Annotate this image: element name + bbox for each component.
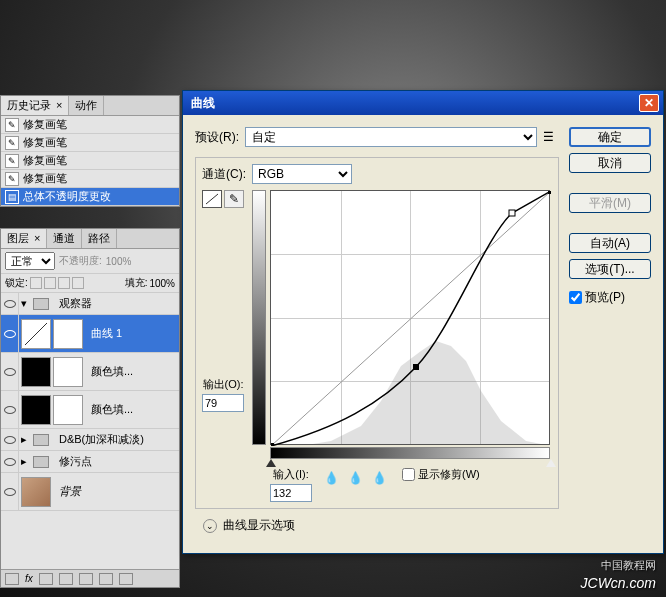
tab-paths[interactable]: 路径 bbox=[82, 229, 117, 248]
history-item-selected[interactable]: ▤总体不透明度更改 bbox=[1, 188, 179, 206]
lock-image-icon[interactable] bbox=[44, 277, 56, 289]
chevron-right-icon[interactable]: ▸ bbox=[19, 433, 29, 446]
watermark-line2: JCWcn.com bbox=[581, 575, 656, 591]
layer-background[interactable]: 背景 bbox=[1, 473, 179, 511]
expand-icon[interactable]: ⌄ bbox=[203, 519, 217, 533]
visibility-toggle[interactable] bbox=[1, 391, 19, 428]
history-item[interactable]: ✎修复画笔 bbox=[1, 134, 179, 152]
tab-layers[interactable]: 图层 × bbox=[1, 229, 47, 248]
fill-value[interactable]: 100% bbox=[149, 278, 175, 289]
close-button[interactable]: ✕ bbox=[639, 94, 659, 112]
mask-icon[interactable] bbox=[39, 573, 53, 585]
eyedroppers: 💧 💧 💧 bbox=[324, 471, 390, 487]
watermark-line1: 中国教程网 bbox=[601, 558, 656, 573]
preset-row: 预设(R): 自定 ☰ bbox=[195, 127, 559, 147]
tab-history[interactable]: 历史记录 × bbox=[1, 96, 69, 115]
curve-point[interactable] bbox=[509, 210, 515, 216]
curve-pencil-tool[interactable]: ✎ bbox=[224, 190, 244, 208]
eye-icon bbox=[4, 458, 16, 466]
lock-transparent-icon[interactable] bbox=[30, 277, 42, 289]
input-row: 输入(I): 💧 💧 💧 显示修剪(W) bbox=[270, 467, 552, 502]
blend-mode-select[interactable]: 正常 bbox=[5, 252, 55, 270]
eyedropper-white-icon[interactable]: 💧 bbox=[372, 471, 390, 487]
chevron-right-icon[interactable]: ▸ bbox=[19, 455, 29, 468]
tab-channels[interactable]: 通道 bbox=[47, 229, 82, 248]
tab-label: 图层 bbox=[7, 232, 29, 244]
show-clipping-checkbox[interactable]: 显示修剪(W) bbox=[402, 467, 480, 482]
curve-point[interactable] bbox=[413, 364, 419, 370]
brush-icon: ✎ bbox=[5, 172, 19, 186]
new-layer-icon[interactable] bbox=[99, 573, 113, 585]
layer-name: 背景 bbox=[53, 484, 81, 499]
layers-tabs: 图层 × 通道 路径 bbox=[1, 229, 179, 249]
opacity-value[interactable]: 100% bbox=[106, 256, 132, 267]
eye-icon bbox=[4, 368, 16, 376]
lock-position-icon[interactable] bbox=[58, 277, 70, 289]
visibility-toggle[interactable] bbox=[1, 451, 19, 472]
display-options-row[interactable]: ⌄ 曲线显示选项 bbox=[203, 517, 559, 534]
folder-icon bbox=[33, 456, 49, 468]
visibility-toggle[interactable] bbox=[1, 315, 19, 352]
fx-icon[interactable]: fx bbox=[25, 573, 33, 584]
link-icon[interactable] bbox=[5, 573, 19, 585]
layer-name: 颜色填... bbox=[85, 402, 133, 417]
output-input[interactable] bbox=[202, 394, 244, 412]
visibility-toggle[interactable] bbox=[1, 293, 19, 314]
trash-icon[interactable] bbox=[119, 573, 133, 585]
close-icon[interactable]: × bbox=[31, 232, 40, 244]
dialog-titlebar[interactable]: 曲线 ✕ bbox=[183, 91, 663, 115]
mask-thumb bbox=[53, 357, 83, 387]
layer-folder[interactable]: ▸ D&B(加深和减淡) bbox=[1, 429, 179, 451]
ok-button[interactable]: 确定 bbox=[569, 127, 651, 147]
preview-checkbox[interactable]: 预览(P) bbox=[569, 289, 651, 306]
curve-point-tool[interactable] bbox=[202, 190, 222, 208]
channel-select[interactable]: RGB bbox=[252, 164, 352, 184]
input-input[interactable] bbox=[270, 484, 312, 502]
tab-actions[interactable]: 动作 bbox=[69, 96, 104, 115]
y-axis-gradient bbox=[252, 190, 266, 445]
history-item[interactable]: ✎修复画笔 bbox=[1, 116, 179, 134]
eye-icon bbox=[4, 330, 16, 338]
preset-menu-icon[interactable]: ☰ bbox=[543, 130, 559, 144]
layer-thumbs bbox=[19, 355, 85, 389]
curve-container bbox=[270, 190, 550, 461]
layer-name: 颜色填... bbox=[85, 364, 133, 379]
curve-svg bbox=[271, 191, 551, 446]
layer-folder[interactable]: ▾ 观察器 bbox=[1, 293, 179, 315]
cancel-button[interactable]: 取消 bbox=[569, 153, 651, 173]
curve-grid[interactable] bbox=[270, 190, 550, 445]
opacity-icon: ▤ bbox=[5, 190, 19, 204]
history-label: 修复画笔 bbox=[23, 171, 67, 186]
input-label: 输入(I): bbox=[273, 467, 308, 482]
close-icon[interactable]: × bbox=[53, 99, 62, 111]
show-clipping-input[interactable] bbox=[402, 468, 415, 481]
layers-controls: 正常 不透明度: 100% bbox=[1, 249, 179, 274]
layer-name: D&B(加深和减淡) bbox=[53, 432, 144, 447]
eyedropper-gray-icon[interactable]: 💧 bbox=[348, 471, 366, 487]
options-button[interactable]: 选项(T)... bbox=[569, 259, 651, 279]
svg-rect-3 bbox=[548, 191, 551, 194]
eyedropper-black-icon[interactable]: 💧 bbox=[324, 471, 342, 487]
x-axis-gradient bbox=[270, 447, 550, 459]
chevron-down-icon[interactable]: ▾ bbox=[19, 297, 29, 310]
layer-row[interactable]: 颜色填... bbox=[1, 391, 179, 429]
layer-curves-selected[interactable]: 曲线 1 bbox=[1, 315, 179, 353]
black-point-slider[interactable] bbox=[266, 459, 276, 467]
layer-folder[interactable]: ▸ 修污点 bbox=[1, 451, 179, 473]
history-item[interactable]: ✎修复画笔 bbox=[1, 152, 179, 170]
auto-button[interactable]: 自动(A) bbox=[569, 233, 651, 253]
channel-label: 通道(C): bbox=[202, 166, 246, 183]
history-label: 修复画笔 bbox=[23, 153, 67, 168]
history-item[interactable]: ✎修复画笔 bbox=[1, 170, 179, 188]
white-point-slider[interactable] bbox=[546, 459, 556, 467]
visibility-toggle[interactable] bbox=[1, 473, 19, 510]
preview-input[interactable] bbox=[569, 291, 582, 304]
adjustment-icon[interactable] bbox=[59, 573, 73, 585]
visibility-toggle[interactable] bbox=[1, 353, 19, 390]
folder-new-icon[interactable] bbox=[79, 573, 93, 585]
lock-all-icon[interactable] bbox=[72, 277, 84, 289]
layer-row[interactable]: 颜色填... bbox=[1, 353, 179, 391]
visibility-toggle[interactable] bbox=[1, 429, 19, 450]
preset-select[interactable]: 自定 bbox=[245, 127, 537, 147]
brush-icon: ✎ bbox=[5, 136, 19, 150]
